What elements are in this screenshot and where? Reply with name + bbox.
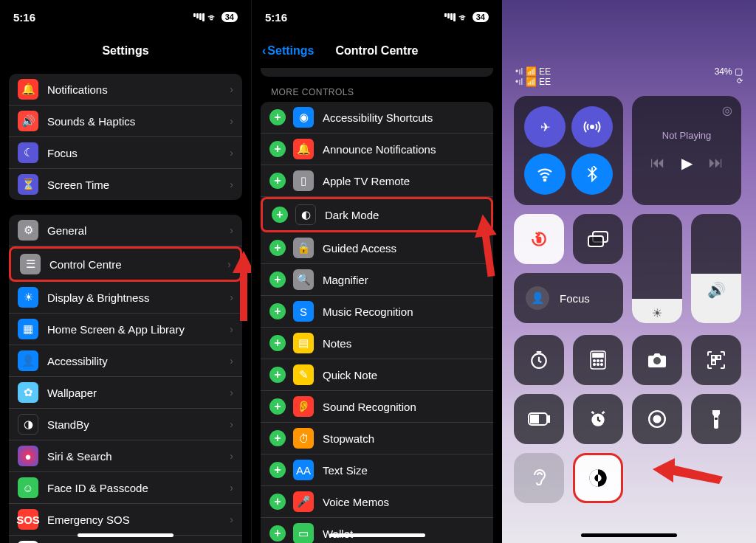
signal-icon <box>193 13 205 21</box>
svg-point-2 <box>591 125 594 128</box>
add-control-button[interactable]: + <box>269 398 286 415</box>
textsize-icon: AA <box>293 460 314 480</box>
settings-row-accessibility-shortcuts[interactable]: +◉Accessibility Shortcuts <box>261 102 493 134</box>
add-control-button[interactable]: + <box>269 494 286 510</box>
add-control-button[interactable]: + <box>272 207 288 223</box>
row-label: StandBy <box>47 418 89 431</box>
settings-row-dark-mode[interactable]: +◐Dark Mode <box>261 197 493 232</box>
add-control-button[interactable]: + <box>269 109 286 125</box>
cc-status-bar: •ıl 📶 EE •ıl 📶 EE 34% ▢⟳ <box>502 0 756 87</box>
settings-row-sounds-haptics[interactable]: 🔊Sounds & Haptics› <box>9 106 242 137</box>
cc-grid: ✈ ◎ Not Playing ⏮ ▶ ⏭ ☀ 🔊 <box>502 87 756 512</box>
status-time: 5:16 <box>265 11 287 24</box>
antenna-toggle[interactable] <box>571 106 613 148</box>
dark-mode-button[interactable] <box>573 453 623 503</box>
add-control-button[interactable]: + <box>269 303 286 319</box>
settings-row-quick-note[interactable]: +✎Quick Note <box>261 359 493 391</box>
hearing-button[interactable] <box>514 453 564 503</box>
control-centre-settings-screen: 5:16 ᯤ 34 ‹Settings Control Centre MORE … <box>251 0 502 543</box>
settings-row-announce-notifications[interactable]: +🔔Announce Notifications <box>261 134 493 165</box>
settings-row-standby[interactable]: ◑StandBy› <box>9 409 242 440</box>
settings-row-wallpaper[interactable]: ✿Wallpaper› <box>9 377 242 409</box>
calculator-button[interactable] <box>573 335 623 385</box>
settings-row-magnifier[interactable]: +🔍Magnifier <box>261 264 493 296</box>
bluetooth-toggle[interactable] <box>571 153 613 195</box>
settings-row-screen-time[interactable]: ⏳Screen Time› <box>9 169 242 200</box>
screen-record-button[interactable] <box>632 394 682 444</box>
settings-row-guided-access[interactable]: +🔒Guided Access <box>261 232 493 264</box>
svg-point-16 <box>653 357 661 364</box>
add-control-button[interactable]: + <box>269 430 286 446</box>
screen-mirroring-button[interactable] <box>573 214 623 264</box>
row-label: Announce Notifications <box>323 143 436 156</box>
focus-button[interactable]: 👤 Focus <box>514 273 623 323</box>
add-control-button[interactable]: + <box>269 141 286 157</box>
settings-row-stopwatch[interactable]: +⏱Stopwatch <box>261 423 493 454</box>
settings-row-face-id-passcode[interactable]: ☺Face ID & Passcode› <box>9 472 242 504</box>
bell-icon: 🔔 <box>18 79 38 100</box>
connectivity-tile[interactable]: ✈ <box>514 96 623 205</box>
alarm-button[interactable] <box>573 394 623 444</box>
siri-icon: ● <box>18 446 38 466</box>
settings-row-notes[interactable]: +▤Notes <box>261 328 493 359</box>
magnifier-icon: 🔍 <box>293 269 314 290</box>
row-label: Accessibility <box>47 355 108 367</box>
speaker-icon: 🔊 <box>18 111 38 131</box>
airplay-icon[interactable]: ◎ <box>722 103 732 117</box>
add-control-button[interactable]: + <box>269 272 286 288</box>
settings-row-wallet[interactable]: +▭Wallet <box>261 518 493 543</box>
wifi-toggle[interactable] <box>524 153 566 195</box>
settings-row-voice-memos[interactable]: +🎤Voice Memos <box>261 486 493 518</box>
qr-scanner-button[interactable] <box>691 335 741 385</box>
svg-point-11 <box>597 360 599 362</box>
row-label: Music Recognition <box>323 305 413 318</box>
volume-slider[interactable]: 🔊 <box>691 214 741 323</box>
svg-rect-9 <box>593 353 603 357</box>
prev-track-button[interactable]: ⏮ <box>650 154 665 172</box>
next-track-button[interactable]: ⏭ <box>709 154 724 172</box>
settings-row-home-screen-app-library[interactable]: ▦Home Screen & App Library› <box>9 314 242 345</box>
wallet-icon: ▭ <box>293 523 314 543</box>
access-icon: ◉ <box>293 107 314 128</box>
settings-row-text-size[interactable]: +AAText Size <box>261 454 493 486</box>
home-indicator <box>78 533 173 537</box>
settings-row-siri-search[interactable]: ●Siri & Search› <box>9 440 242 472</box>
settings-row-focus[interactable]: ☾Focus› <box>9 137 242 169</box>
settings-row-music-recognition[interactable]: +SMusic Recognition <box>261 296 493 328</box>
flower-icon: ✿ <box>18 382 38 403</box>
timer-button[interactable] <box>514 335 564 385</box>
low-power-button[interactable] <box>514 394 564 444</box>
add-control-button[interactable]: + <box>269 525 286 542</box>
lock-icon: 🔒 <box>293 238 314 258</box>
svg-rect-4 <box>537 238 540 243</box>
row-label: Focus <box>47 147 78 159</box>
back-label: Settings <box>267 44 314 58</box>
add-control-button[interactable]: + <box>269 462 286 478</box>
play-button[interactable]: ▶ <box>681 154 693 172</box>
settings-row-notifications[interactable]: 🔔Notifications› <box>9 74 242 106</box>
settings-row-sound-recognition[interactable]: +👂Sound Recognition <box>261 391 493 423</box>
carrier-info: •ıl 📶 EE •ıl 📶 EE <box>515 66 551 87</box>
airplane-toggle[interactable]: ✈ <box>524 106 566 148</box>
orientation-lock-button[interactable] <box>514 214 564 264</box>
settings-row-accessibility[interactable]: 👤Accessibility› <box>9 345 242 377</box>
chevron-right-icon: › <box>227 258 231 270</box>
flashlight-button[interactable] <box>691 394 741 444</box>
settings-row-control-centre[interactable]: ☰Control Centre› <box>9 246 242 282</box>
brightness-slider[interactable]: ☀ <box>632 214 682 323</box>
camera-button[interactable] <box>632 335 682 385</box>
media-tile[interactable]: ◎ Not Playing ⏮ ▶ ⏭ <box>632 96 741 205</box>
row-label: Screen Time <box>47 179 109 191</box>
settings-row-emergency-sos[interactable]: SOSEmergency SOS› <box>9 504 242 536</box>
add-control-button[interactable]: + <box>269 173 286 189</box>
settings-screen: 5:16 ᯤ 34 Settings 🔔Notifications›🔊Sound… <box>0 0 251 543</box>
add-control-button[interactable]: + <box>269 240 286 256</box>
add-control-button[interactable]: + <box>269 367 286 383</box>
shazam-icon: S <box>293 301 314 322</box>
settings-row-general[interactable]: ⚙General› <box>9 215 242 246</box>
settings-row-apple-tv-remote[interactable]: +▯Apple TV Remote <box>261 165 493 197</box>
add-control-button[interactable]: + <box>269 335 286 351</box>
settings-row-display-brightness[interactable]: ☀Display & Brightness› <box>9 282 242 314</box>
page-title: Settings <box>0 31 251 68</box>
back-button[interactable]: ‹Settings <box>262 44 314 58</box>
